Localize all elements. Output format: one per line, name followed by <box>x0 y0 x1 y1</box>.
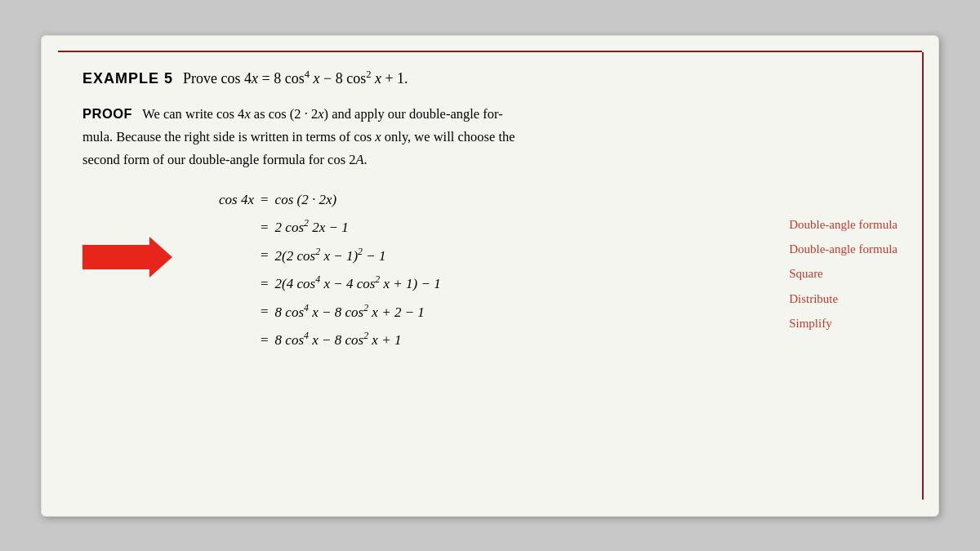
step1-eq: = <box>261 188 269 212</box>
math-step-5: = 8 cos4 x − 8 cos2 x + 2 − 1 <box>172 300 756 324</box>
example-statement: Prove cos 4x = 8 cos4 x − 8 cos2 x + 1. <box>183 69 408 87</box>
annotation-column: placeholder Double-angle formula Double-… <box>789 188 898 356</box>
proof-section: PROOF We can write cos 4x as cos (2 · 2x… <box>82 102 898 171</box>
step4-rhs: 2(4 cos4 x − 4 cos2 x + 1) − 1 <box>275 271 441 295</box>
step1-rhs: cos (2 · 2x) <box>275 188 337 212</box>
step5-eq: = <box>261 300 269 324</box>
arrow-container <box>82 188 172 356</box>
math-step-4: = 2(4 cos4 x − 4 cos2 x + 1) − 1 <box>172 271 756 295</box>
proof-label: PROOF <box>82 106 132 121</box>
step6-eq: = <box>261 328 269 353</box>
step3-rhs: 2(2 cos2 x − 1)2 − 1 <box>275 243 386 268</box>
annotation-step4: Square <box>789 263 898 284</box>
math-step-2: = 2 cos2 2x − 1 <box>172 215 756 239</box>
step3-eq: = <box>261 243 269 268</box>
step5-rhs: 8 cos4 x − 8 cos2 x + 2 − 1 <box>275 300 425 324</box>
example-title: EXAMPLE 5 Prove cos 4x = 8 cos4 x − 8 co… <box>82 69 898 87</box>
math-step-3: = 2(2 cos2 x − 1)2 − 1 <box>172 243 756 268</box>
annotation-step3: Double-angle formula <box>789 238 898 260</box>
step2-eq: = <box>261 216 269 240</box>
annotation-step2: Double-angle formula <box>789 214 898 235</box>
step2-rhs: 2 cos2 2x − 1 <box>275 215 349 239</box>
example-label: EXAMPLE 5 <box>82 70 173 87</box>
proof-text: PROOF We can write cos 4x as cos (2 · 2x… <box>82 106 515 167</box>
red-arrow-icon <box>82 237 172 278</box>
page-container: EXAMPLE 5 Prove cos 4x = 8 cos4 x − 8 co… <box>41 35 939 517</box>
step1-lhs: cos 4x <box>172 188 254 212</box>
steps-container: cos 4x = cos (2 · 2x) = 2 cos2 2x − 1 = … <box>82 188 898 356</box>
annotation-step6: Simplify <box>789 313 898 334</box>
math-step-1: cos 4x = cos (2 · 2x) <box>172 188 756 212</box>
math-step-6: = 8 cos4 x − 8 cos2 x + 1 <box>172 327 756 352</box>
math-steps: cos 4x = cos (2 · 2x) = 2 cos2 2x − 1 = … <box>172 188 756 356</box>
annotation-step5: Distribute <box>789 288 898 309</box>
step6-rhs: 8 cos4 x − 8 cos2 x + 1 <box>275 327 402 352</box>
step4-eq: = <box>261 272 269 296</box>
